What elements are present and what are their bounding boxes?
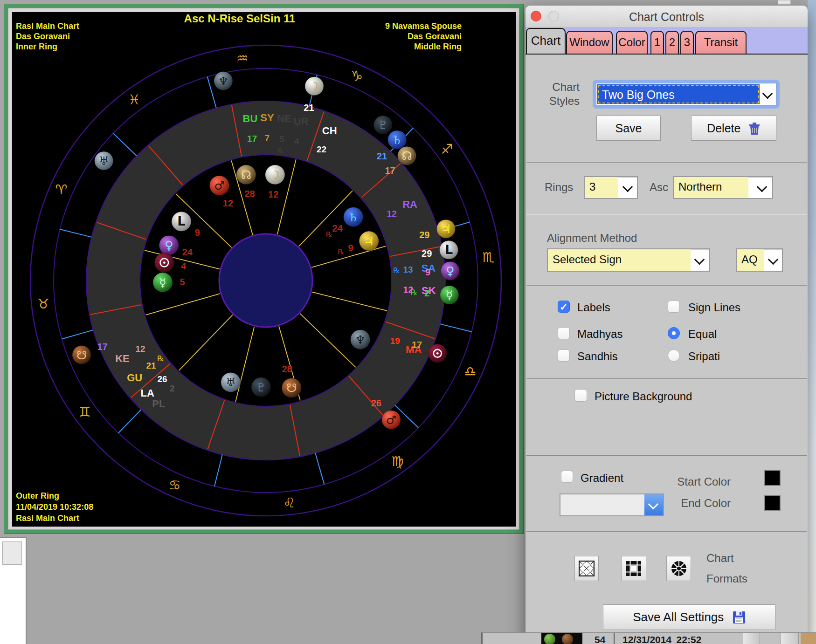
svg-text:♇: ♇ [378,118,388,132]
chart-wheel-window: ♏♐♑♒♓♈♉♊♋♌♍♎BU17SY7NE5℞UR4CH22RA12SA13℞S… [4,4,524,534]
labels-checkbox[interactable]: ✓ [558,301,570,313]
tab-color[interactable]: Color [616,31,648,54]
asc-dropdown[interactable]: Northern [673,176,773,199]
chevron-down-icon [762,89,773,99]
svg-text:♃: ♃ [441,222,451,236]
chart-controls-window: Chart Controls Chart Window Color 1 2 3 … [526,6,808,639]
chart-window-inner-border: ♏♐♑♒♓♈♉♊♋♌♍♎BU17SY7NE5℞UR4CH22RA12SA13℞S… [8,8,519,530]
scrollbar-fragment[interactable] [780,633,799,644]
outer-planet-uranus[interactable]: ♅ [95,151,113,170]
svg-text:℞: ℞ [411,288,417,296]
sign-lines-checkbox[interactable] [668,301,680,313]
zodiac-aquarius-icon: ♒ [236,50,249,66]
save-button[interactable]: Save [596,116,661,141]
madhyas-checkbox[interactable] [558,327,570,339]
titlebar[interactable]: Chart Controls [526,6,808,27]
svg-text:℞: ℞ [393,267,400,274]
outer-planet-pluto[interactable]: ♇ [374,116,393,134]
row-date: 12/31/2014 22:52 [622,634,701,644]
background-window-titlebar [2,541,22,565]
format-grid-button[interactable] [621,556,646,581]
save-all-settings-label: Save All Settings [633,610,724,624]
zodiac-aries-icon: ♈ [55,182,67,198]
svg-text:☊: ☊ [241,168,251,182]
alignment-method-value: Selected Sign [553,253,622,266]
svg-text:L: L [177,214,185,228]
svg-text:BU: BU [243,113,258,124]
sandhis-checkbox[interactable] [558,349,570,362]
inner-planet-uranus[interactable]: ♅ [221,372,241,392]
svg-text:KE: KE [115,353,130,364]
chart-top-left-text: Das Goravani [16,32,70,41]
gradient-checkbox-label: Gradient [581,472,623,485]
alignment-method-dropdown[interactable]: Selected Sign [547,248,710,272]
svg-text:♇: ♇ [256,381,266,394]
svg-text:☿: ☿ [159,276,166,289]
wheel-chart-icon [671,560,687,577]
trash-icon [748,122,761,136]
format-south-indian-button[interactable] [574,556,599,581]
svg-text:℞: ℞ [277,147,284,155]
svg-text:12: 12 [268,189,278,199]
tab-3[interactable]: 3 [680,31,694,54]
inner-planet-neptune[interactable]: ♆ [351,330,370,349]
picture-background-checkbox[interactable] [574,389,587,402]
inner-planet-pluto[interactable]: ♇ [251,377,271,397]
end-color-label: End Color [661,497,731,510]
chart-bottom-left-text: 11/04/2019 10:32:08 [16,502,93,512]
svg-text:17: 17 [385,165,395,176]
chevron-down-icon [757,182,768,192]
section-divider [526,162,807,163]
rasi-chart-wheel[interactable]: ♏♐♑♒♓♈♉♊♋♌♍♎BU17SY7NE5℞UR4CH22RA12SA13℞S… [12,12,516,527]
gradient-style-dropdown[interactable] [560,493,664,516]
tab-transit[interactable]: Transit [695,31,747,54]
window-title: Chart Controls [526,10,808,24]
chevron-down-icon [768,254,779,265]
svg-text:9: 9 [425,267,430,277]
svg-text:2: 2 [170,384,175,393]
chart-top-left-text: Inner Ring [16,42,57,51]
svg-text:9: 9 [195,227,200,238]
madhyas-checkbox-label: Madhyas [577,328,622,341]
sripati-radio-label: Sripati [688,350,720,363]
outer-planet-neptune[interactable]: ♆ [214,72,233,90]
svg-text:21: 21 [146,361,156,370]
zodiac-sagittarius-icon: ♐ [441,141,453,157]
asc-value: Northern [678,180,722,193]
background-list-row[interactable]: 54 12/31/2014 22:52 [481,632,816,644]
format-wheel-button[interactable] [666,556,691,581]
equal-radio[interactable] [668,327,680,339]
svg-text:℞: ℞ [338,248,344,256]
selected-sign-dropdown[interactable]: AQ [736,248,783,272]
svg-text:☽: ☽ [270,168,280,182]
zodiac-gemini-icon: ♊ [79,404,91,420]
chart-style-combo[interactable]: Two Big Ones [593,80,780,109]
rings-dropdown[interactable]: 3 [584,176,638,199]
svg-text:28: 28 [244,189,255,199]
zodiac-scorpio-icon: ♏ [482,249,494,265]
svg-text:♅: ♅ [226,376,236,389]
scrollbar-fragment[interactable] [743,633,760,644]
tab-2[interactable]: 2 [665,31,679,54]
svg-text:9: 9 [348,243,353,253]
picture-background-label: Picture Background [595,390,692,403]
svg-text:♄: ♄ [348,211,358,224]
end-color-swatch[interactable] [764,495,781,511]
chevron-down-icon [622,182,633,192]
chart-styles-label: Chart Styles [546,80,580,108]
chart-formats-label-line2: Formats [706,572,747,585]
chevron-down-icon [694,254,705,265]
save-all-settings-button[interactable]: Save All Settings [603,604,775,630]
start-color-swatch[interactable] [764,470,781,486]
tab-1[interactable]: 1 [650,31,664,54]
delete-button-label: Delete [707,122,740,135]
tab-chart[interactable]: Chart [526,28,566,54]
sripati-radio[interactable] [668,349,680,362]
zodiac-libra-icon: ♎ [464,363,477,379]
tab-window[interactable]: Window [566,31,613,54]
gradient-checkbox[interactable] [561,471,573,483]
gradient-dropdown-button[interactable] [644,494,663,515]
sandhis-checkbox-label: Sandhis [577,350,618,363]
delete-button[interactable]: Delete [691,116,776,141]
chart-canvas[interactable]: ♏♐♑♒♓♈♉♊♋♌♍♎BU17SY7NE5℞UR4CH22RA12SA13℞S… [12,12,516,527]
